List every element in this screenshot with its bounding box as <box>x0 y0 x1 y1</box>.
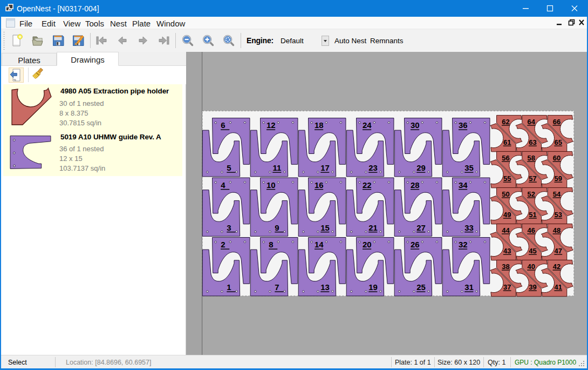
svg-text:37: 37 <box>503 283 511 291</box>
svg-text:44: 44 <box>502 226 510 234</box>
svg-text:57: 57 <box>529 174 536 183</box>
svg-text:36: 36 <box>459 120 468 130</box>
svg-text:40: 40 <box>527 263 535 271</box>
svg-text:1: 1 <box>227 282 231 292</box>
svg-text:38: 38 <box>502 263 509 271</box>
svg-text:62: 62 <box>502 118 509 126</box>
svg-text:39: 39 <box>529 283 536 291</box>
svg-text:21: 21 <box>368 223 378 232</box>
svg-text:18: 18 <box>314 120 324 130</box>
svg-text:58: 58 <box>527 154 535 162</box>
svg-text:13: 13 <box>320 282 330 292</box>
svg-text:9: 9 <box>275 223 279 232</box>
svg-text:5: 5 <box>227 163 231 172</box>
svg-text:32: 32 <box>459 240 468 249</box>
svg-text:30: 30 <box>411 120 420 130</box>
svg-text:54: 54 <box>553 190 561 198</box>
svg-text:7: 7 <box>275 282 279 292</box>
svg-text:11: 11 <box>273 163 282 172</box>
svg-text:51: 51 <box>529 211 536 219</box>
svg-text:45: 45 <box>529 247 536 255</box>
svg-text:49: 49 <box>503 211 511 219</box>
svg-text:65: 65 <box>555 138 562 146</box>
svg-text:56: 56 <box>502 154 509 162</box>
svg-text:42: 42 <box>553 263 560 271</box>
svg-text:66: 66 <box>553 118 560 126</box>
svg-text:15: 15 <box>320 223 330 232</box>
svg-text:46: 46 <box>527 226 535 234</box>
svg-text:25: 25 <box>416 282 426 292</box>
svg-text:64: 64 <box>527 118 535 126</box>
svg-text:26: 26 <box>411 240 420 249</box>
svg-text:63: 63 <box>529 138 536 146</box>
svg-text:61: 61 <box>503 138 511 146</box>
svg-text:59: 59 <box>555 174 562 183</box>
svg-text:29: 29 <box>416 163 426 172</box>
svg-text:28: 28 <box>411 180 420 190</box>
svg-text:60: 60 <box>553 154 560 162</box>
svg-text:17: 17 <box>320 163 330 172</box>
svg-text:4: 4 <box>221 180 225 190</box>
svg-text:3: 3 <box>227 223 231 232</box>
svg-text:31: 31 <box>464 282 474 292</box>
svg-text:48: 48 <box>553 226 560 234</box>
svg-text:33: 33 <box>464 223 474 232</box>
svg-text:34: 34 <box>459 180 468 190</box>
svg-text:8: 8 <box>269 240 273 249</box>
svg-text:22: 22 <box>363 180 372 190</box>
svg-text:53: 53 <box>555 211 562 219</box>
svg-text:52: 52 <box>527 190 535 198</box>
svg-text:16: 16 <box>314 180 324 190</box>
svg-text:35: 35 <box>464 163 474 172</box>
svg-text:6: 6 <box>221 120 225 130</box>
svg-text:14: 14 <box>314 240 324 249</box>
svg-text:41: 41 <box>555 283 562 291</box>
svg-text:47: 47 <box>555 247 562 255</box>
svg-text:12: 12 <box>266 120 276 130</box>
svg-text:50: 50 <box>502 190 509 198</box>
svg-text:55: 55 <box>503 174 511 183</box>
svg-text:27: 27 <box>416 223 426 232</box>
svg-text:24: 24 <box>363 120 372 130</box>
svg-text:19: 19 <box>368 282 378 292</box>
svg-text:43: 43 <box>503 247 511 255</box>
svg-text:23: 23 <box>368 163 378 172</box>
svg-text:20: 20 <box>363 240 372 249</box>
svg-text:10: 10 <box>266 180 276 190</box>
svg-text:2: 2 <box>221 240 225 249</box>
